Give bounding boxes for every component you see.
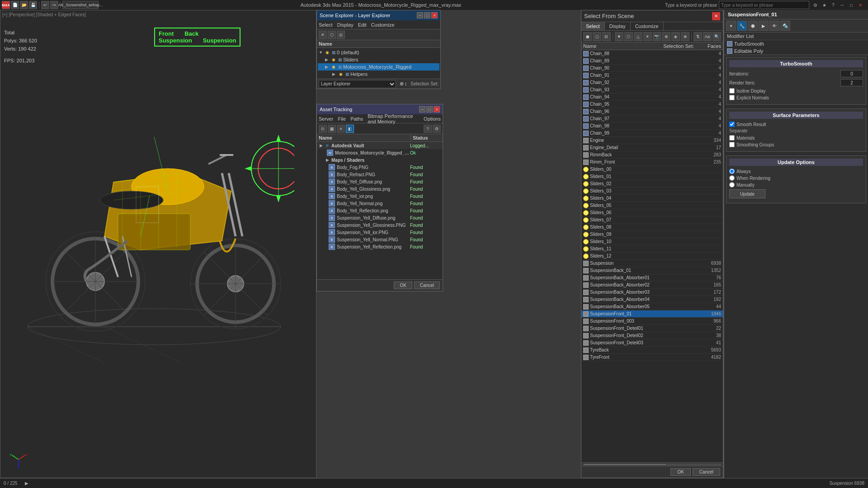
scene-item-sliders12[interactable]: Sliders_12: [581, 253, 723, 260]
scene-item-sliders01[interactable]: Sliders_01: [581, 173, 723, 180]
at-server[interactable]: Server: [319, 116, 333, 122]
scene-item-suspfront-det03[interactable]: SuspensionFront_Deteil03 41: [581, 339, 723, 347]
at-btn2[interactable]: ▦: [328, 125, 336, 133]
iterations-input[interactable]: [840, 70, 863, 77]
close-icon[interactable]: ✕: [856, 1, 864, 9]
scene-item-suspfront-det01[interactable]: SuspensionFront_Deteil01 22: [581, 325, 723, 332]
scene-item-engine-detail[interactable]: Engine_Detail 17: [581, 144, 723, 151]
ss-btn-space[interactable]: ◈: [671, 32, 680, 41]
scene-item-tyreback[interactable]: TyreBack 5693: [581, 347, 723, 354]
scene-item-suspfront01[interactable]: SuspensionFront_01 1946: [581, 310, 723, 318]
scene-explorer-close[interactable]: ✕: [431, 12, 438, 19]
scene-explorer-titlebar[interactable]: Scene Explorer - Layer Explorer ─ □ ✕: [317, 10, 440, 20]
layer-item-helpers[interactable]: ▶ ◉ ▦ Helpers: [318, 70, 439, 78]
ss-btn-case[interactable]: Aa: [703, 32, 712, 41]
smooth-result-checkbox[interactable]: [729, 122, 735, 127]
scene-item-sliders00[interactable]: Sliders_00: [581, 166, 723, 173]
layer-dropdown[interactable]: Layer Explorer: [319, 80, 396, 88]
settings-icon[interactable]: ⚙: [811, 1, 819, 9]
ss-btn-shape[interactable]: △: [634, 32, 642, 41]
expand-helpers[interactable]: ▶: [332, 72, 338, 76]
scene-item-suspback-abs04[interactable]: SuspensionBack_Absorber04 192: [581, 296, 723, 303]
rt-mode5[interactable]: 👁: [769, 21, 779, 31]
scene-item-sliders04[interactable]: Sliders_04: [581, 195, 723, 202]
scene-item-chain91[interactable]: Chain_91 4: [581, 72, 723, 79]
search-input[interactable]: [719, 1, 809, 9]
bookmark-icon[interactable]: ★: [820, 1, 828, 9]
scene-item-suspfront003[interactable]: SuspensionFront_003 966: [581, 318, 723, 325]
ss-ok-btn[interactable]: OK: [670, 468, 690, 476]
scene-item-chain98[interactable]: Chain_98 4: [581, 122, 723, 130]
ss-btn-cam[interactable]: 📷: [653, 32, 661, 41]
rt-mode6[interactable]: 🔩: [780, 21, 790, 31]
scene-explorer-edit[interactable]: Edit: [358, 22, 367, 28]
ss-btn-all[interactable]: ◼: [583, 32, 592, 41]
ss-btn-find[interactable]: 🔍: [712, 32, 721, 41]
layer-item-default[interactable]: ▼ ◉ ▦ 0 (default): [318, 49, 439, 56]
at-max-file[interactable]: M Motocross_Motorcycle_Rigged_max_vray.m…: [317, 149, 443, 156]
at-btn5[interactable]: ?: [424, 125, 432, 133]
at-cancel-btn[interactable]: Cancel: [414, 282, 440, 289]
explicit-normals-checkbox[interactable]: [729, 95, 735, 100]
scene-item-suspback01[interactable]: SuspensionBack_01 1352: [581, 267, 723, 274]
viewport[interactable]: [+] [Perspective] [Shaded + Edged Faces]…: [0, 10, 316, 488]
at-file[interactable]: File: [338, 116, 346, 122]
maximize-icon[interactable]: □: [847, 1, 855, 9]
smoothing-groups-checkbox[interactable]: [729, 142, 735, 147]
scene-explorer-display[interactable]: Display: [337, 22, 354, 28]
scene-item-sliders02[interactable]: Sliders_02: [581, 180, 723, 188]
scene-item-chain99[interactable]: Chain_99 4: [581, 130, 723, 137]
scene-explorer-minimize[interactable]: ─: [417, 12, 423, 19]
at-susp-yell-diffuse[interactable]: B Suspension_Yell_Diffuse.png Found: [317, 214, 443, 221]
at-body-yell-refl[interactable]: B Body_Yell_Reflection.png Found: [317, 207, 443, 214]
scene-item-tyrefront[interactable]: TyreFront 4182: [581, 354, 723, 361]
select-scene-close[interactable]: ✕: [712, 12, 720, 20]
tab-customize[interactable]: Customize: [631, 22, 664, 30]
at-options[interactable]: Options: [424, 116, 441, 122]
when-rendering-radio[interactable]: [729, 175, 735, 181]
rt-mode3[interactable]: ⬢: [748, 21, 758, 31]
scene-item-chain93[interactable]: Chain_93 4: [581, 86, 723, 94]
at-body-yell-normal[interactable]: B Body_Yell_Normal.png Found: [317, 200, 443, 207]
render-iters-input[interactable]: [840, 79, 863, 86]
scene-item-chain94[interactable]: Chain_94 4: [581, 94, 723, 101]
scene-item-rimmback[interactable]: RimmBack 283: [581, 151, 723, 159]
scene-item-suspfront-det02[interactable]: SuspensionFront_Deteil02 38: [581, 332, 723, 339]
update-btn[interactable]: Update: [729, 189, 765, 198]
scene-item-engine[interactable]: Engine 334: [581, 137, 723, 144]
scene-item-sliders09[interactable]: Sliders_09: [581, 231, 723, 238]
asset-tracking-maximize[interactable]: □: [426, 106, 433, 113]
at-btn1[interactable]: ⊙: [319, 125, 327, 133]
layer-item-sliders[interactable]: ▶ ◉ ▦ Sliders: [318, 56, 439, 63]
open-btn[interactable]: 📂: [20, 1, 28, 9]
scene-bottom-btn2[interactable]: ↕: [405, 81, 407, 87]
ss-btn-geo[interactable]: ⬡: [624, 32, 633, 41]
scene-item-chain97[interactable]: Chain_97 4: [581, 115, 723, 122]
scene-item-sliders03[interactable]: Sliders_03: [581, 188, 723, 195]
scene-item-suspension[interactable]: Suspension 6938: [581, 260, 723, 267]
minimize-icon[interactable]: ─: [838, 1, 846, 9]
at-paths[interactable]: Paths: [350, 116, 363, 122]
ss-btn-filter[interactable]: ▼: [615, 32, 623, 41]
at-body-yell-diffuse[interactable]: B Body_Yell_Diffuse.png Found: [317, 178, 443, 185]
asset-tracking-close[interactable]: ✕: [434, 106, 440, 113]
at-body-yell-gloss[interactable]: B Body_Yell_Glossiness.png Found: [317, 185, 443, 192]
tab-select[interactable]: Select: [581, 22, 605, 30]
expand-sliders[interactable]: ▶: [325, 57, 330, 62]
at-body-refract[interactable]: B Body_Refract.PNG Found: [317, 171, 443, 178]
undo-btn[interactable]: ↩: [41, 1, 49, 9]
rt-mode1[interactable]: ✦: [726, 21, 736, 31]
ss-btn-helper[interactable]: ⊕: [662, 32, 670, 41]
asset-tracking-minimize[interactable]: ─: [419, 106, 425, 113]
scene-explorer-maximize[interactable]: □: [424, 12, 430, 19]
always-radio[interactable]: [729, 169, 735, 174]
scene-item-chain88[interactable]: Chain_88 4: [581, 50, 723, 57]
at-btn4[interactable]: ◧: [346, 125, 354, 133]
scene-item-chain96[interactable]: Chain_96 4: [581, 108, 723, 115]
at-bitmap-perf[interactable]: Bitmap Performance and Memory: [368, 113, 419, 124]
ss-btn-sort[interactable]: ⇅: [693, 32, 702, 41]
help-icon[interactable]: ?: [829, 1, 837, 9]
max-logo[interactable]: MAX: [2, 1, 10, 9]
scene-item-sliders11[interactable]: Sliders_11: [581, 245, 723, 253]
redo-btn[interactable]: ↪: [50, 1, 58, 9]
